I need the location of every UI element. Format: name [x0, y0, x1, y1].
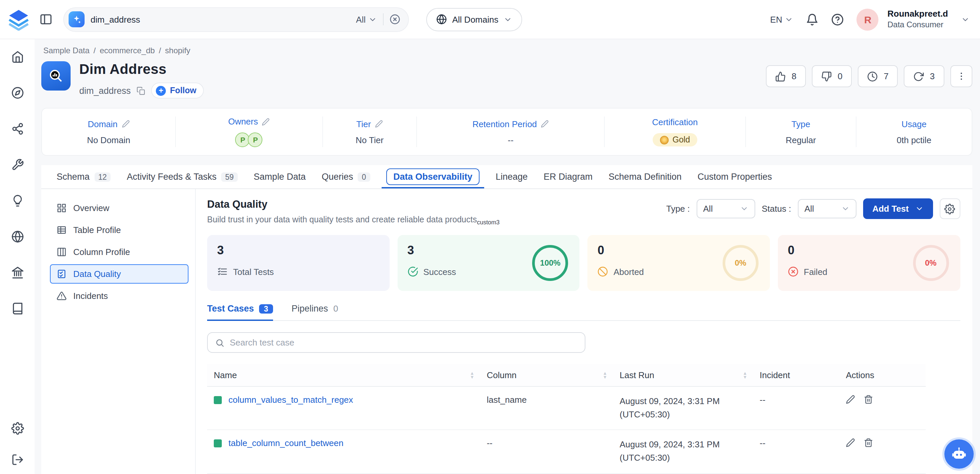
tab-activity-feeds[interactable]: Activity Feeds & Tasks59	[119, 165, 245, 188]
observability-icon[interactable]	[11, 194, 24, 207]
test-case-search-input[interactable]	[230, 337, 578, 348]
tab-test-cases[interactable]: Test Cases3	[207, 304, 273, 320]
tab-pipelines[interactable]: Pipelines0	[291, 304, 338, 320]
aborted-label: Aborted	[614, 267, 644, 277]
delete-trash-icon[interactable]	[864, 438, 873, 448]
delete-trash-icon[interactable]	[864, 395, 873, 404]
tab-schema[interactable]: Schema12	[49, 165, 118, 188]
usage-value: 0th pctile	[897, 135, 931, 145]
downvote-button[interactable]: 0	[812, 65, 852, 87]
tab-data-observability[interactable]: Data Observability	[379, 165, 487, 188]
subnav-item-incidents[interactable]: Incidents	[50, 286, 188, 305]
help-icon[interactable]	[832, 13, 844, 25]
table-settings-button[interactable]	[939, 199, 960, 219]
edit-pencil-icon[interactable]	[846, 438, 855, 448]
more-options-button[interactable]	[950, 65, 972, 87]
breadcrumb-item[interactable]: Sample Data	[43, 46, 89, 55]
plus-circle-icon: +	[156, 86, 166, 95]
search-scope-dropdown[interactable]: All	[356, 14, 377, 24]
chatbot-button[interactable]	[944, 439, 973, 469]
edit-pencil-icon[interactable]	[262, 118, 270, 126]
total-tests-label: Total Tests	[233, 267, 274, 277]
copy-icon[interactable]	[137, 86, 146, 95]
subnav-item-table-profile[interactable]: Table Profile	[50, 220, 188, 240]
refresh-button[interactable]: 3	[904, 65, 944, 87]
version-history-button[interactable]: 7	[858, 65, 898, 87]
tab-schema-definition[interactable]: Schema Definition	[601, 165, 689, 188]
tab-custom-properties[interactable]: Custom Properties	[690, 165, 780, 188]
entity-actions: 8 0 7 3	[765, 65, 972, 87]
global-search-bar[interactable]: All	[63, 7, 409, 32]
sort-control[interactable]: ▴▾	[471, 371, 474, 379]
tab-queries[interactable]: Queries0	[314, 165, 377, 188]
sort-control[interactable]: ▴▾	[744, 371, 746, 379]
robot-icon	[950, 445, 967, 463]
add-test-button[interactable]: Add Test	[863, 199, 933, 219]
upvote-button[interactable]: 8	[765, 65, 805, 87]
user-meta[interactable]: Rounakpreet.d Data Consumer	[888, 9, 948, 30]
breadcrumb-item[interactable]: shopify	[165, 46, 191, 55]
test-case-link[interactable]: column_values_to_match_regex	[228, 395, 353, 405]
settings-gear-icon[interactable]	[11, 422, 24, 435]
type-filter-select[interactable]: All	[697, 199, 755, 218]
all-domains-label: All Domains	[452, 14, 498, 24]
thumbs-down-icon	[821, 71, 832, 81]
explore-icon[interactable]	[11, 87, 24, 99]
subnav-item-data-quality[interactable]: Data Quality	[50, 264, 188, 284]
language-label: EN	[770, 14, 782, 24]
sort-control[interactable]: ▴▾	[604, 371, 606, 379]
entity-subtitle-row: dim_address + Follow	[79, 83, 204, 99]
info-domain: Domain No Domain	[42, 116, 176, 147]
subnav-item-overview[interactable]: Overview	[50, 199, 188, 218]
edit-pencil-icon[interactable]	[121, 120, 129, 128]
edit-pencil-icon[interactable]	[541, 120, 549, 128]
user-avatar[interactable]: R	[857, 8, 879, 30]
glossary-icon[interactable]	[11, 302, 24, 315]
test-case-link[interactable]: table_column_count_between	[228, 438, 344, 449]
breadcrumb: Sample Data / ecommerce_db / shopify	[41, 45, 972, 60]
success-label: Success	[423, 267, 456, 277]
clear-search-icon[interactable]	[390, 14, 400, 25]
info-certification: Certification Gold	[605, 116, 746, 147]
home-icon[interactable]	[11, 51, 24, 63]
follow-button[interactable]: + Follow	[151, 83, 204, 99]
tab-sample-data[interactable]: Sample Data	[247, 165, 313, 188]
global-search-input[interactable]	[91, 14, 350, 24]
success-percent: 100%	[531, 243, 570, 282]
slash-circle-icon	[598, 266, 608, 277]
chevron-down-icon[interactable]	[961, 15, 969, 24]
breadcrumb-item[interactable]: ecommerce_db	[100, 46, 154, 55]
edit-pencil-icon[interactable]	[375, 120, 383, 128]
owner-avatar[interactable]: P	[248, 132, 263, 147]
retention-value: --	[508, 135, 514, 145]
all-domains-dropdown[interactable]: All Domains	[426, 8, 522, 31]
edit-pencil-icon[interactable]	[846, 395, 855, 404]
col-header-incident: Incident	[760, 370, 790, 380]
check-circle-icon	[407, 266, 418, 277]
sidebar-toggle-icon[interactable]	[39, 13, 52, 26]
breadcrumb-separator: /	[94, 46, 96, 55]
tab-er-diagram[interactable]: ER Diagram	[536, 165, 600, 188]
status-filter-select[interactable]: All	[798, 199, 856, 218]
owners-avatars[interactable]: P P	[235, 132, 263, 147]
tab-lineage[interactable]: Lineage	[488, 165, 535, 188]
table-entity-icon	[41, 61, 71, 91]
logout-icon[interactable]	[11, 453, 24, 466]
governance-icon[interactable]	[11, 266, 24, 279]
test-case-search[interactable]	[207, 332, 585, 353]
downvote-count: 0	[838, 71, 843, 81]
table-row: table_column_count_between -- August 09,…	[207, 430, 925, 474]
test-column-value: last_name	[487, 395, 527, 405]
lineage-graph-icon[interactable]	[11, 122, 24, 135]
domains-icon[interactable]	[11, 231, 24, 243]
subnav-item-column-profile[interactable]: Column Profile	[50, 242, 188, 262]
tab-count-badge: 0	[358, 172, 370, 181]
aborted-percent-ring: 0%	[721, 243, 760, 282]
discovery-tools-icon[interactable]	[11, 158, 24, 171]
table-profile-icon	[57, 225, 67, 235]
certification-gold-badge: Gold	[652, 133, 697, 146]
language-dropdown[interactable]: EN	[770, 14, 794, 24]
app-logo-icon[interactable]	[7, 8, 30, 30]
notifications-bell-icon[interactable]	[806, 13, 819, 25]
test-status-indicator	[214, 396, 222, 404]
